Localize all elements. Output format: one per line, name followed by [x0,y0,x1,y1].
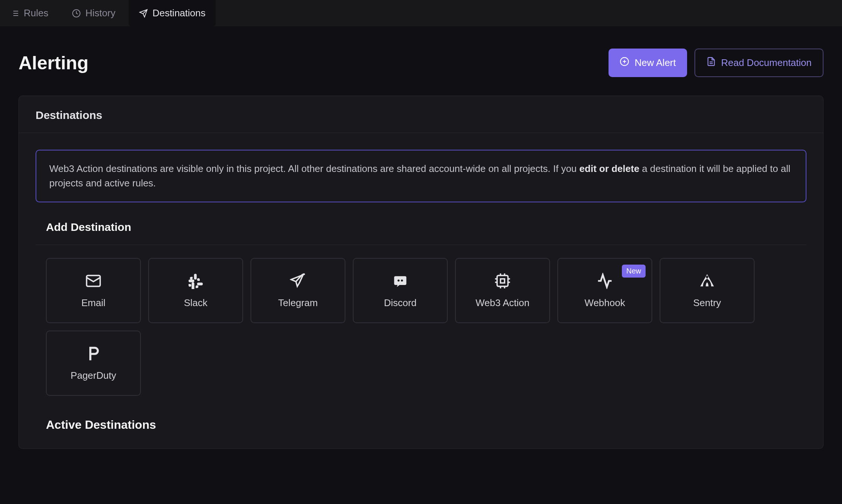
new-alert-button[interactable]: New Alert [609,49,687,77]
destination-webhook[interactable]: New Webhook [557,258,652,323]
plus-circle-icon [620,57,629,69]
slack-icon [188,273,204,289]
destination-label: Sentry [693,297,721,309]
read-documentation-button[interactable]: Read Documentation [695,49,823,77]
info-text-prefix: Web3 Action destinations are visible onl… [49,163,579,174]
destination-sentry[interactable]: Sentry [660,258,755,323]
tab-label: Rules [24,7,48,19]
list-icon [10,9,19,18]
svg-rect-15 [497,275,508,286]
destination-label: Webhook [584,297,625,309]
mail-icon [85,273,102,289]
activity-icon [597,273,613,289]
destinations-card: Destinations Web3 Action destinations ar… [19,96,823,449]
destination-pagerduty[interactable]: PagerDuty [46,331,141,396]
header-actions: New Alert Read Documentation [609,49,823,77]
discord-icon [392,273,408,289]
send-icon [139,9,148,18]
destination-web3-action[interactable]: Web3 Action [455,258,550,323]
button-label: Read Documentation [721,57,812,69]
tab-history[interactable]: History [62,0,126,26]
destination-label: PagerDuty [71,370,116,381]
svg-rect-16 [501,279,505,283]
tab-rules[interactable]: Rules [0,0,59,26]
destination-discord[interactable]: Discord [353,258,448,323]
destination-label: Discord [384,297,417,309]
destination-slack[interactable]: Slack [148,258,243,323]
cpu-icon [494,273,511,289]
destination-label: Email [81,297,105,309]
clock-icon [72,9,81,18]
tab-label: Destinations [152,7,205,19]
tab-label: History [85,7,115,19]
new-badge: New [622,265,646,278]
card-body: Web3 Action destinations are visible onl… [19,133,823,448]
destination-label: Slack [184,297,208,309]
add-destination-title: Add Destination [46,221,806,233]
destination-email[interactable]: Email [46,258,141,323]
info-banner: Web3 Action destinations are visible onl… [36,150,806,202]
page-content: Alerting New Alert Read Documentation De… [0,26,842,471]
destination-telegram[interactable]: Telegram [251,258,345,323]
sentry-icon [699,273,715,289]
destination-label: Web3 Action [475,297,530,309]
tab-destinations[interactable]: Destinations [129,0,216,26]
page-header: Alerting New Alert Read Documentation [19,49,823,77]
page-title: Alerting [19,52,89,74]
button-label: New Alert [634,57,676,69]
divider [36,245,806,245]
card-title: Destinations [36,109,806,122]
tabs-bar: Rules History Destinations [0,0,842,26]
pagerduty-icon [85,345,102,362]
info-text-bold: edit or delete [579,163,639,174]
file-text-icon [706,57,716,69]
destination-grid: Email Slack Telegram [46,258,806,396]
destination-label: Telegram [278,297,318,309]
active-destinations-title: Active Destinations [46,418,806,432]
telegram-icon [290,273,306,289]
card-header: Destinations [19,96,823,133]
